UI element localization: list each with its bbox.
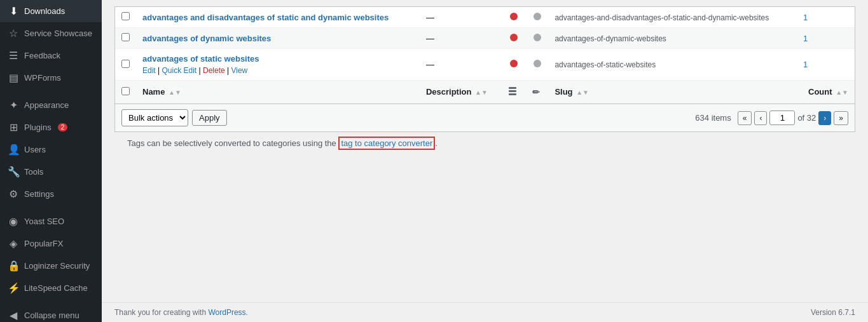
gray-dot-2 — [534, 34, 541, 41]
bulk-actions-select[interactable]: Bulk actions Delete — [121, 109, 188, 126]
version-text: Version 6.7.1 — [811, 308, 855, 317]
sidebar-item-label: Service Showcase — [24, 29, 92, 38]
first-page-button[interactable]: « — [738, 111, 752, 125]
sidebar-item-service-showcase[interactable]: ☆ Service Showcase — [0, 22, 102, 44]
plugins-icon: ⊞ — [8, 121, 19, 133]
slug-cell-2: advantages-of-dynamic-websites — [548, 28, 797, 49]
sidebar-item-label: Loginizer Security — [24, 261, 90, 271]
footer-select-all[interactable] — [121, 87, 130, 95]
slug-text-3: advantages-of-static-websites — [555, 60, 656, 69]
page-of-text: of 32 — [797, 113, 816, 123]
dot-red-cell-1 — [501, 7, 526, 28]
quick-edit-link-3[interactable]: Quick Edit — [162, 66, 196, 75]
count-link-1[interactable]: 1 — [803, 13, 808, 22]
table-row: advantages of dynamic websites — advan — [115, 28, 855, 49]
main-content: advantages and disadvantages of static a… — [102, 0, 868, 322]
collapse-menu-label: Collapse menu — [24, 311, 79, 320]
wordpress-link[interactable]: WordPress — [208, 308, 245, 317]
sidebar-item-loginizer[interactable]: 🔒 Loginizer Security — [0, 255, 102, 277]
tag-converter-link[interactable]: tag to category converter — [338, 137, 435, 150]
footer-col-slug[interactable]: Slug ▲▼ — [548, 81, 797, 104]
sidebar-item-label: LiteSpeed Cache — [24, 283, 88, 293]
sidebar-item-users[interactable]: 👤 Users — [0, 138, 102, 161]
row-checkbox-3[interactable] — [121, 60, 130, 68]
sidebar-item-plugins[interactable]: ⊞ Plugins 2 — [0, 116, 102, 138]
next-page-button[interactable]: › — [818, 111, 831, 125]
svg-rect-2 — [509, 93, 516, 95]
slug-cell-1: advantages-and-disadvantages-of-static-a… — [548, 7, 797, 28]
plugins-badge: 2 — [58, 123, 68, 131]
footer-left-text: Thank you for creating with WordPress. — [114, 308, 248, 317]
view-link-3[interactable]: View — [231, 66, 247, 75]
sidebar-item-label: WPForms — [24, 73, 61, 83]
sidebar-item-feedback[interactable]: ☰ Feedback — [0, 44, 102, 67]
count-link-3[interactable]: 1 — [803, 60, 808, 69]
prev-page-button[interactable]: ‹ — [754, 111, 767, 125]
sidebar-item-wpforms[interactable]: ▤ WPForms — [0, 67, 102, 89]
tag-name-cell-2: advantages of dynamic websites — [136, 28, 420, 49]
slug-sort-icon: ▲▼ — [576, 89, 589, 96]
toggle-icon — [507, 86, 518, 96]
table-row: advantages and disadvantages of static a… — [115, 7, 855, 28]
svg-rect-1 — [509, 90, 516, 92]
description-text-1: — — [426, 13, 434, 22]
dot-gray-cell-2 — [526, 28, 548, 49]
sidebar-item-downloads[interactable]: ⬇ Downloads — [0, 0, 102, 22]
row-checkbox-1[interactable] — [121, 12, 130, 20]
col-name-label: Name — [142, 87, 165, 97]
row-checkbox-cell — [115, 28, 136, 49]
description-cell-2: — — [420, 28, 501, 49]
count-cell-1: 1 — [797, 7, 855, 28]
sidebar-item-tools[interactable]: 🔧 Tools — [0, 161, 102, 183]
footer-col-icon2: ✏ — [526, 81, 548, 104]
settings-icon: ⚙ — [8, 188, 19, 200]
slug-cell-3: advantages-of-static-websites — [548, 49, 797, 81]
col-slug-label: Slug — [555, 87, 572, 97]
name-sort-icon: ▲▼ — [169, 89, 181, 96]
footer-col-count[interactable]: Count ▲▼ — [797, 81, 855, 104]
edit-link-3[interactable]: Edit — [142, 66, 156, 75]
sidebar-item-settings[interactable]: ⚙ Settings — [0, 183, 102, 205]
row-checkbox-2[interactable] — [121, 33, 130, 41]
loginizer-icon: 🔒 — [8, 260, 19, 272]
red-dot-1 — [510, 13, 518, 20]
tags-table-container: advantages and disadvantages of static a… — [114, 6, 855, 132]
gray-dot-1 — [534, 13, 541, 20]
delete-link-3[interactable]: Delete — [203, 66, 225, 75]
count-cell-2: 1 — [797, 28, 855, 49]
apply-button[interactable]: Apply — [192, 110, 227, 126]
sidebar-item-yoast[interactable]: ◉ Yoast SEO — [0, 210, 102, 232]
tag-link-3[interactable]: advantages of static websites — [142, 54, 259, 64]
appearance-icon: ✦ — [8, 99, 19, 111]
footer-col-name[interactable]: Name ▲▼ — [136, 81, 420, 104]
tag-link-1[interactable]: advantages and disadvantages of static a… — [142, 13, 389, 22]
content-area: advantages and disadvantages of static a… — [102, 0, 868, 302]
sidebar-item-appearance[interactable]: ✦ Appearance — [0, 94, 102, 116]
dot-gray-cell-1 — [526, 7, 548, 28]
tag-name-cell-3: advantages of static websites Edit | Qui… — [136, 49, 420, 81]
count-sort-icon: ▲▼ — [836, 89, 848, 96]
sidebar-item-popularfx[interactable]: ◈ PopularFX — [0, 232, 102, 255]
footer-col-description[interactable]: Description ▲▼ — [420, 81, 501, 104]
wpforms-icon: ▤ — [8, 72, 19, 84]
count-link-2[interactable]: 1 — [803, 34, 808, 43]
tag-link-2[interactable]: advantages of dynamic websites — [142, 34, 271, 43]
dot-gray-cell-3 — [526, 49, 548, 81]
last-page-button[interactable]: » — [834, 111, 848, 125]
service-showcase-icon: ☆ — [8, 27, 19, 39]
table-footer-header: Name ▲▼ Description ▲▼ — [115, 81, 855, 104]
count-cell-3: 1 — [797, 49, 855, 81]
sidebar-item-label: Yoast SEO — [24, 217, 64, 226]
current-page-input[interactable] — [769, 111, 795, 125]
table-row: advantages of static websites Edit | Qui… — [115, 49, 855, 81]
litespeed-icon: ⚡ — [8, 282, 19, 294]
slug-text-1: advantages-and-disadvantages-of-static-a… — [555, 13, 769, 22]
collapse-menu-button[interactable]: ◀ Collapse menu — [0, 304, 102, 322]
sidebar-item-label: Plugins — [24, 123, 52, 132]
sidebar-item-label: Appearance — [24, 100, 69, 110]
sidebar-item-litespeed[interactable]: ⚡ LiteSpeed Cache — [0, 277, 102, 299]
svg-rect-0 — [509, 87, 516, 89]
users-icon: 👤 — [8, 144, 19, 156]
pencil-icon: ✏ — [532, 87, 540, 97]
row-checkbox-cell — [115, 49, 136, 81]
